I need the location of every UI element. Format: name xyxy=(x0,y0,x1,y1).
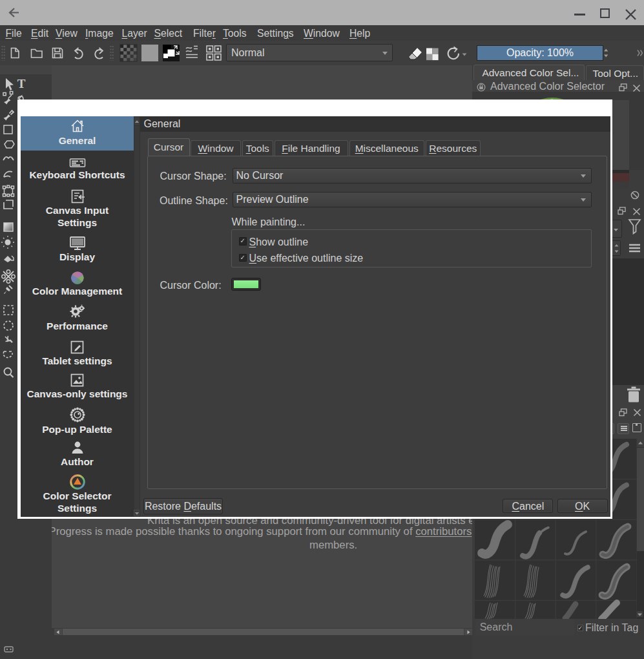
svg-text:T: T xyxy=(17,77,26,90)
